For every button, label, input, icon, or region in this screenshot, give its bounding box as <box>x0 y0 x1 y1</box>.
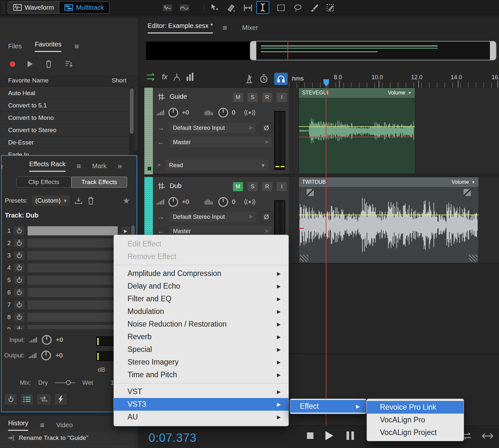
favorite-row[interactable]: De-Esser <box>0 136 129 149</box>
clip-gain-line[interactable] <box>299 137 415 137</box>
effects-panel-menu-icon[interactable]: ≡ <box>77 162 81 171</box>
metronome-icon[interactable] <box>245 74 253 83</box>
slot-power-button[interactable] <box>13 238 25 248</box>
menu-item-noise-reduction[interactable]: Noise Reduction / Restoration▶ <box>114 318 288 330</box>
menu-item-reverb[interactable]: Reverb▶ <box>114 330 288 343</box>
show-waveform-channels-icon[interactable] <box>161 1 174 14</box>
show-spectral-display-icon[interactable] <box>178 1 191 14</box>
tab-editor[interactable]: Editor: Example.sesx * <box>148 22 213 33</box>
tab-markers[interactable]: Mark <box>92 162 106 170</box>
stop-button[interactable] <box>307 432 313 439</box>
menu-item-special[interactable]: Special▶ <box>114 343 288 356</box>
play-favorite-button[interactable] <box>28 61 33 67</box>
tab-files[interactable]: Files <box>8 43 22 50</box>
expander-icon[interactable]: > <box>157 162 161 168</box>
track-select-box[interactable] <box>147 166 152 171</box>
mute-button-active[interactable]: M <box>233 182 243 191</box>
marquee-tool-icon[interactable] <box>274 1 287 14</box>
track-input-selector[interactable]: Default Stereo Input> <box>169 123 256 133</box>
delete-favorite-icon[interactable] <box>45 60 52 68</box>
arm-record-button[interactable]: R <box>262 182 272 191</box>
rack-list-button[interactable] <box>20 393 33 405</box>
track-name[interactable]: Guide <box>170 93 187 100</box>
automation-mode-dropdown[interactable]: Read▾ <box>165 160 268 171</box>
favorites-vscrollbar[interactable] <box>129 87 134 161</box>
favorite-row[interactable]: Auto Heal <box>0 87 129 99</box>
volume-knob[interactable] <box>168 108 178 118</box>
clip-resize-corner-left[interactable] <box>300 255 309 262</box>
menu-item-au[interactable]: AU▶ <box>114 411 288 423</box>
volume-envelope-line[interactable] <box>299 126 415 127</box>
input-monitor-button[interactable]: I <box>277 182 287 191</box>
pause-button[interactable] <box>347 431 354 440</box>
slot-menu-arrow-button[interactable]: ▶ <box>120 226 131 236</box>
mute-button[interactable]: M <box>233 93 243 102</box>
punch-clock-icon[interactable] <box>259 74 268 83</box>
column-favorite-name[interactable]: Favorite Name <box>8 77 49 84</box>
tab-video[interactable]: Video <box>56 421 73 429</box>
menu-item-filter-and-eq[interactable]: Filter and EQ▶ <box>114 292 288 305</box>
timecode-display[interactable]: 0:07.373 <box>149 431 197 445</box>
rack-route-button[interactable] <box>37 393 51 405</box>
rack-input-knob[interactable] <box>42 335 52 345</box>
history-item[interactable]: Rename Track to "Dub" <box>0 444 135 448</box>
preset-dropdown[interactable]: (Custom) ▾ <box>32 195 70 206</box>
menu-item-remove-effect[interactable]: Remove Effect <box>114 250 288 263</box>
mix-slider[interactable] <box>55 380 75 386</box>
skip-move-icon[interactable] <box>482 431 493 441</box>
input-monitor-button[interactable]: I <box>277 93 287 102</box>
menu-item-vst3[interactable]: VST3▶ <box>114 398 288 411</box>
text-tool-icon[interactable] <box>256 1 269 14</box>
menu-item-vst[interactable]: VST▶ <box>114 385 288 398</box>
tab-effects-rack[interactable]: Effects Rack <box>29 160 66 172</box>
sort-favorites-icon[interactable] <box>65 60 73 68</box>
mix-slider-handle[interactable] <box>66 380 71 385</box>
menu-item-stereo-imagery[interactable]: Stereo Imagery▶ <box>114 356 288 368</box>
fx-icon[interactable]: fx <box>162 73 167 81</box>
brush-tool-icon[interactable] <box>308 1 321 14</box>
menu-item-time-and-pitch[interactable]: Time and Pitch▶ <box>114 368 288 381</box>
volume-knob[interactable] <box>168 197 178 207</box>
clip-resize-corner-right[interactable] <box>469 255 477 262</box>
track-effects-button[interactable]: Track Effects <box>71 177 127 188</box>
column-shortcut[interactable]: Short <box>112 77 126 84</box>
save-preset-icon[interactable] <box>74 197 83 205</box>
spot-healing-tool-icon[interactable] <box>324 1 337 14</box>
rack-power-button[interactable] <box>4 393 17 405</box>
slot-power-button[interactable] <box>13 288 25 297</box>
delete-preset-icon[interactable] <box>87 196 94 205</box>
history-panel-menu-icon[interactable]: ≡ <box>40 421 44 430</box>
favorite-row[interactable]: Convert to Stereo <box>0 124 129 136</box>
track-grip-guide[interactable] <box>144 88 153 174</box>
tab-mixer[interactable]: Mixer <box>242 24 258 31</box>
tab-favorites[interactable]: Favorites <box>35 41 61 52</box>
phase-button[interactable]: Ø <box>261 212 272 222</box>
slot-power-button[interactable] <box>13 325 25 329</box>
track-name[interactable]: Dub <box>170 182 182 190</box>
slot-power-button[interactable] <box>13 251 25 260</box>
monitor-input-button[interactable] <box>274 73 288 85</box>
crossfade-icon[interactable] <box>146 73 157 81</box>
slot-power-button[interactable] <box>13 275 25 285</box>
clip-header[interactable]: STEVEGUI Volume ▼ <box>299 88 415 98</box>
menu-item-vocalign-pro[interactable]: VocALign Pro <box>367 414 464 426</box>
clip-effects-button[interactable]: Clip Effects <box>16 177 71 188</box>
effect-slot-field[interactable] <box>28 226 118 235</box>
menu-item-delay-and-echo[interactable]: Delay and Echo▶ <box>114 280 288 292</box>
favorite-row[interactable]: Convert to Mono <box>0 112 129 124</box>
razor-tool-icon[interactable] <box>225 1 237 14</box>
clip-volume-dropdown[interactable]: Volume ▼ <box>388 90 412 96</box>
waveform-view-button[interactable]: Waveform <box>8 2 59 13</box>
slot-power-button[interactable] <box>13 226 25 236</box>
rack-process-button[interactable] <box>54 393 67 405</box>
move-tool-icon[interactable] <box>208 1 221 14</box>
rack-output-knob[interactable] <box>41 351 51 360</box>
track-output-selector[interactable]: Master> <box>169 137 272 147</box>
tab-history[interactable]: History <box>8 419 28 431</box>
navigator-right-handle[interactable] <box>490 42 496 60</box>
menu-item-amplitude-and-compression[interactable]: Amplitude and Compression▶ <box>114 267 288 280</box>
record-favorite-button[interactable] <box>10 61 15 67</box>
lasso-tool-icon[interactable] <box>291 1 304 14</box>
slot-power-button[interactable] <box>13 263 25 273</box>
slot-power-button[interactable] <box>13 312 25 322</box>
